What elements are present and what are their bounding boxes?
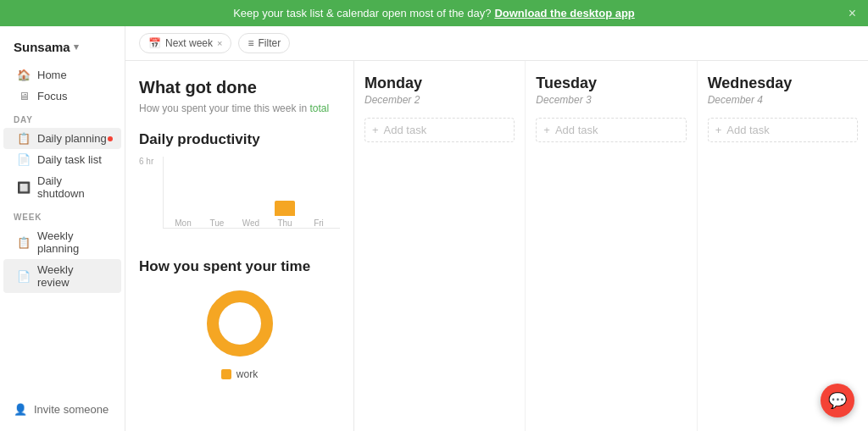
sidebar-daily-planning-label: Daily planning — [37, 132, 107, 145]
tuesday-date: December 3 — [536, 94, 686, 106]
productivity-title: Daily productivity — [139, 131, 340, 148]
sidebar-daily-task-list-label: Daily task list — [37, 153, 102, 166]
wednesday-add-task-label: Add task — [726, 124, 770, 136]
panels: What got done How you spent your time th… — [125, 61, 868, 431]
tuesday-column: Tuesday December 3 + Add task — [526, 61, 697, 431]
active-dot — [108, 136, 113, 141]
legend-work-label: work — [236, 368, 258, 380]
bar-wed: Wed — [238, 216, 264, 228]
chat-icon: 💬 — [828, 391, 847, 410]
sidebar-weekly-review-label: Weekly review — [37, 263, 108, 289]
wednesday-column: Wednesday December 4 + Add task — [698, 61, 868, 431]
sidebar-focus-label: Focus — [37, 90, 67, 102]
monday-add-task-button[interactable]: + Add task — [364, 118, 515, 142]
subtitle-link[interactable]: total — [309, 102, 329, 114]
wednesday-plus-icon: + — [715, 124, 722, 136]
calendar: Monday December 2 + Add task Tuesday Dec… — [354, 61, 868, 431]
legend-work-dot — [221, 369, 231, 379]
banner-cta[interactable]: Download the desktop app — [494, 7, 634, 19]
day-section-label: DAY — [0, 107, 125, 128]
daily-planning-icon: 📋 — [17, 132, 31, 145]
tuesday-name: Tuesday — [536, 75, 686, 92]
svg-point-1 — [213, 296, 267, 351]
logo-text: Sunsama — [14, 40, 70, 54]
y-axis-label: 6 hr — [139, 157, 153, 166]
sidebar-invite-label: Invite someone — [34, 403, 108, 416]
subtitle-text: How you spent your time this week in — [139, 102, 307, 114]
time-spent-section: How you spent your time work — [139, 258, 340, 380]
daily-task-list-icon: 📄 — [17, 153, 31, 166]
bar-mon-label: Mon — [175, 218, 191, 228]
next-week-close[interactable]: × — [217, 38, 222, 48]
sidebar: Sunsama ▾ 🏠 Home 🖥 Focus DAY 📋 Daily pla… — [0, 26, 125, 431]
sidebar-item-daily-planning[interactable]: 📋 Daily planning — [3, 128, 121, 149]
sidebar-logo[interactable]: Sunsama ▾ — [0, 35, 125, 64]
sidebar-home-label: Home — [37, 69, 67, 81]
logo-chevron: ▾ — [74, 41, 79, 52]
bar-fri: Fri — [306, 216, 331, 228]
sidebar-daily-shutdown-label: Daily shutdown — [37, 174, 108, 200]
weekly-planning-icon: 📋 — [17, 236, 31, 249]
donut-chart — [202, 285, 278, 362]
wednesday-date: December 4 — [708, 94, 858, 106]
wednesday-name: Wednesday — [708, 75, 858, 92]
monday-add-task-label: Add task — [384, 124, 427, 136]
next-week-label: Next week — [165, 37, 213, 49]
bar-thu-fill — [275, 201, 295, 216]
donut-wrapper: work — [139, 285, 340, 380]
invite-icon: 👤 — [14, 403, 27, 416]
tuesday-plus-icon: + — [543, 124, 550, 136]
top-banner: Keep your task list & calendar open most… — [0, 0, 868, 26]
calendar-icon: 📅 — [148, 37, 161, 49]
filter-label: Filter — [258, 37, 281, 49]
bar-mon: Mon — [170, 216, 196, 228]
monday-column: Monday December 2 + Add task — [354, 61, 526, 431]
toolbar: 📅 Next week × ≡ Filter — [125, 26, 868, 61]
sidebar-item-weekly-planning[interactable]: 📋 Weekly planning — [3, 225, 121, 259]
summary-panel: What got done How you spent your time th… — [125, 61, 354, 431]
home-icon: 🏠 — [17, 69, 31, 81]
productivity-section: Daily productivity 6 hr Mon Tue — [139, 131, 340, 241]
bar-chart: 6 hr Mon Tue — [139, 157, 340, 241]
bar-tue-label: Tue — [210, 218, 225, 228]
tuesday-add-task-label: Add task — [555, 124, 598, 136]
wednesday-add-task-button[interactable]: + Add task — [708, 118, 858, 142]
chart-area: Mon Tue Wed — [163, 157, 340, 229]
sidebar-item-daily-task-list[interactable]: 📄 Daily task list — [3, 149, 121, 170]
weekly-review-icon: 📄 — [17, 270, 31, 283]
filter-chip[interactable]: ≡ Filter — [238, 33, 290, 53]
summary-title: What got done — [139, 78, 340, 97]
sidebar-item-home[interactable]: 🏠 Home — [3, 64, 121, 86]
banner-close-button[interactable]: × — [849, 6, 856, 21]
bar-thu: Thu — [272, 201, 298, 228]
time-spent-title: How you spent your time — [139, 258, 340, 275]
bar-fri-label: Fri — [314, 218, 324, 228]
bar-thu-label: Thu — [277, 218, 292, 228]
tuesday-add-task-button[interactable]: + Add task — [536, 118, 686, 142]
bar-wed-label: Wed — [242, 218, 259, 228]
next-week-chip[interactable]: 📅 Next week × — [139, 33, 231, 53]
filter-icon: ≡ — [248, 37, 253, 49]
chat-bubble-button[interactable]: 💬 — [821, 384, 854, 417]
daily-shutdown-icon: 🔲 — [17, 181, 31, 194]
monday-date: December 2 — [364, 94, 515, 106]
summary-subtitle: How you spent your time this week in tot… — [139, 102, 340, 114]
sidebar-weekly-planning-label: Weekly planning — [37, 229, 108, 255]
monday-plus-icon: + — [372, 124, 379, 136]
legend-work: work — [221, 368, 258, 380]
sidebar-item-focus[interactable]: 🖥 Focus — [3, 86, 121, 107]
sidebar-item-daily-shutdown[interactable]: 🔲 Daily shutdown — [3, 170, 121, 204]
bar-tue: Tue — [204, 216, 230, 228]
banner-message: Keep your task list & calendar open most… — [233, 7, 491, 19]
monday-name: Monday — [364, 75, 515, 92]
content-area: 📅 Next week × ≡ Filter What got done How… — [125, 26, 868, 431]
sidebar-item-weekly-review[interactable]: 📄 Weekly review — [3, 259, 121, 293]
sidebar-invite-button[interactable]: 👤 Invite someone — [0, 396, 125, 423]
week-section-label: WEEK — [0, 204, 125, 225]
focus-icon: 🖥 — [17, 90, 31, 102]
